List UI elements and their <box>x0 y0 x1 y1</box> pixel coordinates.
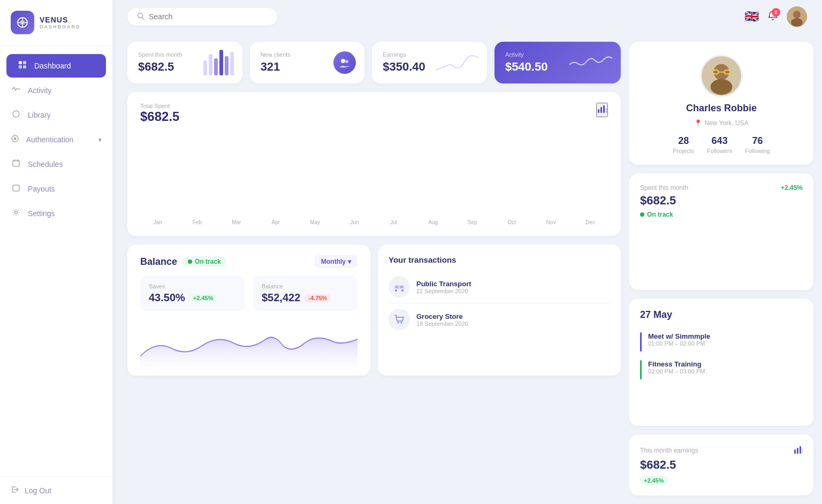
logo-subtitle: DASHBOARD <box>40 24 81 29</box>
event-time-1: 02:00 PM – 03:00 PM <box>648 368 705 375</box>
svg-point-6 <box>13 111 19 117</box>
transaction-item: Grocery Store 18 September 2020 <box>389 304 610 334</box>
svg-rect-19 <box>600 107 602 113</box>
svg-rect-35 <box>794 449 796 454</box>
svg-point-8 <box>14 138 17 140</box>
profile-avatar <box>700 55 743 97</box>
saves-stat: Saves 43.50% +2.45% <box>140 276 245 311</box>
event-item-1: Fitness Training 02:00 PM – 03:00 PM <box>640 356 803 384</box>
sidebar-item-payouts[interactable]: Payouts <box>0 177 112 201</box>
activity-icon <box>11 85 21 96</box>
total-spent-value: $682.5 <box>140 109 179 124</box>
earnings-month-label: This month earnings <box>640 447 698 454</box>
svg-point-11 <box>15 211 18 214</box>
saves-badge: +2.45% <box>189 294 217 302</box>
notification-button[interactable]: 2 <box>767 10 778 24</box>
event-name-0: Meet w/ Simmmple <box>648 332 710 340</box>
flag-icon[interactable]: 🇬🇧 <box>744 10 759 24</box>
sidebar-item-dashboard[interactable]: Dashboard <box>6 54 106 78</box>
sidebar-nav: Dashboard Activity Library Authenticatio… <box>0 45 112 476</box>
stat-card-earnings: Earnings $350.40 <box>372 42 487 83</box>
svg-rect-18 <box>598 109 599 113</box>
monthly-selector[interactable]: Monthly ▾ <box>315 255 357 268</box>
stat-card-activity: Activity $540.50 <box>494 42 621 83</box>
svg-point-28 <box>401 322 402 324</box>
logout-icon <box>11 485 19 495</box>
library-icon <box>11 110 21 120</box>
profile-stats: 28 Projects 643 Followers 76 Following <box>673 135 770 154</box>
svg-point-16 <box>341 59 345 63</box>
sidebar-item-library[interactable]: Library <box>0 103 112 127</box>
svg-point-15 <box>791 18 803 27</box>
location-pin-icon: 📍 <box>694 119 702 127</box>
sidebar-item-schedules[interactable]: Schedules <box>0 152 112 176</box>
sidebar-item-label-activity: Activity <box>28 86 51 95</box>
content-area: Spent this month $682.5 <box>112 33 822 504</box>
balance-title: Balance <box>140 256 177 268</box>
right-spent-change: +2.45% <box>781 184 803 192</box>
svg-rect-36 <box>797 448 798 454</box>
stat-card-clients: New clients 321 <box>250 42 365 83</box>
stat-cards-row: Spent this month $682.5 <box>127 42 621 83</box>
profile-stat-following: 76 Following <box>745 135 770 154</box>
followers-value: 643 <box>712 135 728 147</box>
payouts-icon <box>11 184 21 194</box>
svg-rect-21 <box>606 108 607 113</box>
sidebar-item-activity[interactable]: Activity <box>0 79 112 102</box>
svg-rect-4 <box>19 65 22 68</box>
clients-icon <box>333 51 356 74</box>
following-value: 76 <box>752 135 763 147</box>
saves-label: Saves <box>149 283 236 289</box>
saves-value: 43.50% <box>149 292 185 304</box>
right-spent-card: Spent this month +2.45% $682.5 On track <box>629 173 813 290</box>
following-label: Following <box>745 148 770 154</box>
trans-date-0: 22 September 2020 <box>416 288 610 294</box>
transactions-card: Your transactions Public Transport 22 Se… <box>378 245 621 376</box>
svg-rect-26 <box>400 286 404 288</box>
earnings-chart-icon <box>794 445 803 456</box>
svg-rect-38 <box>802 448 803 454</box>
balance-card: Balance On track Monthly ▾ <box>127 245 370 376</box>
balance-badge: -4.75% <box>305 294 331 302</box>
topbar: 🇬🇧 2 <box>112 0 822 33</box>
svg-rect-2 <box>19 61 22 64</box>
balance-stat-value: $52,422 <box>262 292 300 304</box>
profile-location: 📍 New York, USA <box>694 119 748 127</box>
trans-name-1: Grocery Store <box>416 312 610 320</box>
bar-chart: JanFebMarAprMayJunJulAugSepOctNovDec <box>140 127 608 225</box>
search-input[interactable] <box>149 12 268 21</box>
events-card: 27 May Meet w/ Simmmple 01:00 PM – 02:00… <box>629 299 813 426</box>
profile-stat-followers: 643 Followers <box>707 135 732 154</box>
logout-button[interactable]: Log Out <box>0 476 112 504</box>
on-track-dot <box>188 259 192 264</box>
earnings-change-badge: +2.45% <box>640 476 668 485</box>
balance-status-label: On track <box>195 258 221 265</box>
sidebar-item-settings[interactable]: Settings <box>0 202 112 225</box>
profile-name: Charles Robbie <box>686 103 757 114</box>
right-spent-value: $682.5 <box>640 194 803 208</box>
chevron-down-icon: ▾ <box>348 258 351 265</box>
followers-label: Followers <box>707 148 732 154</box>
svg-rect-9 <box>13 161 19 166</box>
svg-rect-3 <box>23 61 26 64</box>
sidebar-item-authentication[interactable]: Authentication ▾ <box>0 128 112 151</box>
stat-card-spent: Spent this month $682.5 <box>127 42 242 83</box>
transaction-item: Public Transport 22 September 2020 <box>389 272 610 302</box>
chart-options-button[interactable] <box>596 103 608 117</box>
right-bar-chart <box>640 226 803 279</box>
sidebar-item-label-auth: Authentication <box>26 135 74 144</box>
sidebar-item-label-settings: Settings <box>28 209 55 218</box>
earnings-sparkline <box>436 50 478 75</box>
sidebar-item-label-library: Library <box>28 111 51 119</box>
search-box[interactable] <box>127 8 277 26</box>
total-spent-label: Total Spent <box>140 103 179 109</box>
chevron-down-icon: ▾ <box>98 136 102 143</box>
main-area: 🇬🇧 2 Spent this month $682.5 <box>112 0 822 504</box>
logout-label: Log Out <box>25 486 51 495</box>
settings-icon <box>11 208 21 219</box>
right-on-track: On track <box>640 211 803 218</box>
user-avatar[interactable] <box>787 6 807 27</box>
svg-rect-25 <box>395 286 399 288</box>
profile-stat-projects: 28 Projects <box>673 135 694 154</box>
right-panel: Charles Robbie 📍 New York, USA 28 Projec… <box>629 33 822 504</box>
